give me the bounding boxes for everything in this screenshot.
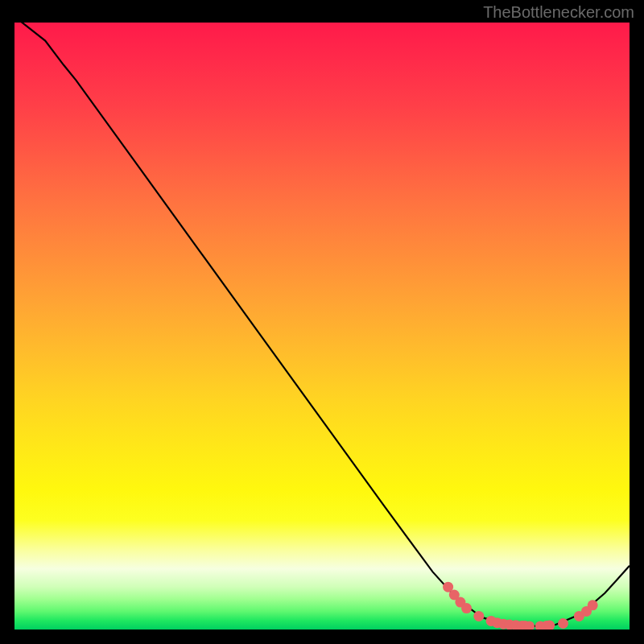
data-point bbox=[473, 611, 484, 621]
attribution-text: TheBottlenecker.com bbox=[483, 3, 634, 22]
data-point bbox=[588, 600, 598, 610]
data-point bbox=[461, 603, 472, 613]
bottleneck-curve bbox=[14, 23, 630, 626]
data-point bbox=[558, 618, 568, 629]
plot-area bbox=[14, 23, 630, 630]
data-markers bbox=[443, 582, 598, 630]
chart-svg bbox=[14, 23, 630, 630]
